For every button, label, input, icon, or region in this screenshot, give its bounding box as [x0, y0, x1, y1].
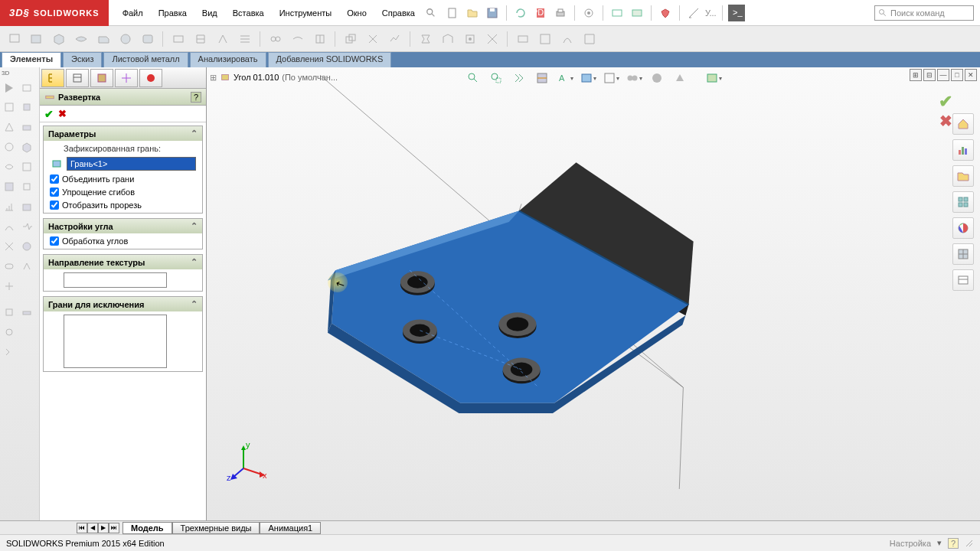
palette-button[interactable] [0, 303, 18, 321]
tool-button[interactable] [5, 29, 24, 48]
tab-display[interactable] [139, 69, 162, 87]
new-button[interactable] [444, 5, 461, 21]
group-header[interactable]: Грани для исключения⌃ [44, 297, 202, 311]
palette-button[interactable] [0, 78, 18, 96]
palette-button[interactable] [18, 78, 35, 96]
palette-button[interactable] [0, 323, 18, 341]
palette-button[interactable] [0, 98, 18, 116]
tool-button[interactable] [310, 29, 329, 48]
palette-button[interactable] [0, 257, 18, 276]
tab-analyze[interactable]: Анализировать [190, 52, 266, 67]
palette-button[interactable] [18, 178, 35, 196]
show-slot-checkbox[interactable]: Отобразить прорезь [50, 201, 196, 210]
tab-dimxpert[interactable] [115, 69, 138, 87]
tool-button[interactable] [513, 29, 532, 48]
palette-button[interactable] [0, 237, 18, 256]
palette-button[interactable] [18, 257, 35, 276]
group-header[interactable]: Направление текстуры⌃ [44, 255, 202, 269]
tool-button[interactable] [138, 29, 157, 48]
tool-button[interactable] [363, 29, 382, 48]
menu-edit[interactable]: Правка [151, 5, 194, 21]
help-button[interactable]: ? [191, 92, 201, 103]
menu-search-icon[interactable] [426, 8, 436, 18]
prev-tab-button[interactable]: ◀ [87, 523, 98, 533]
palette-button[interactable] [18, 217, 35, 236]
exclude-faces-listbox[interactable] [64, 315, 167, 368]
tool-button[interactable] [27, 29, 46, 48]
tab-model[interactable]: Модель [122, 522, 172, 534]
tab-configuration[interactable] [90, 69, 113, 87]
tool-button[interactable] [116, 29, 135, 48]
menu-insert[interactable]: Вставка [225, 5, 272, 21]
tool-button[interactable] [71, 29, 90, 48]
palette-button[interactable] [0, 343, 18, 361]
collapse-icon[interactable]: ⌃ [191, 129, 198, 139]
ok-button[interactable]: ✔ [44, 108, 54, 120]
tool-button[interactable] [385, 29, 404, 48]
palette-button[interactable] [18, 197, 35, 216]
tab-feature-tree[interactable] [41, 69, 64, 87]
group-header[interactable]: Параметры⌃ [44, 126, 202, 141]
tool-button[interactable] [535, 29, 554, 48]
cancel-button[interactable]: ✖ [58, 108, 67, 119]
next-tab-button[interactable]: ▶ [98, 523, 109, 533]
menu-window[interactable]: Окно [339, 5, 374, 21]
simplify-bends-checkbox[interactable]: Упрощение сгибов [50, 187, 196, 197]
collapse-icon[interactable]: ⌃ [191, 299, 198, 309]
status-help-button[interactable]: ? [948, 538, 959, 549]
menu-help[interactable]: Справка [374, 5, 423, 21]
pdf-button[interactable]: PDF [532, 5, 549, 21]
measure-button[interactable] [685, 5, 702, 21]
tool-button[interactable] [168, 29, 188, 48]
palette-button[interactable] [0, 138, 18, 156]
palette-button[interactable] [18, 303, 35, 321]
options-button[interactable] [580, 5, 597, 21]
tool-button[interactable] [49, 29, 68, 48]
tool-button[interactable] [93, 29, 113, 48]
palette-button[interactable] [0, 217, 18, 236]
tool-button[interactable] [482, 29, 501, 48]
merge-faces-checkbox[interactable]: Объединить грани [50, 174, 196, 184]
dropdown-icon[interactable]: ▾ [937, 538, 942, 548]
customize-link[interactable]: Настройка [890, 539, 931, 548]
command-search-input[interactable]: Поиск команд [874, 5, 974, 21]
superman-button[interactable] [657, 5, 674, 21]
tool-button[interactable] [235, 29, 254, 48]
palette-button[interactable] [18, 118, 35, 136]
tab-elements[interactable]: Элементы [2, 52, 61, 67]
tab-sketch[interactable]: Эскиз [63, 52, 102, 67]
orientation-triad[interactable]: y x z [225, 441, 268, 484]
screen-capture-button[interactable] [609, 5, 626, 21]
palette-button[interactable] [18, 138, 35, 156]
print-button[interactable] [552, 5, 569, 21]
menu-tools[interactable]: Инструменты [272, 5, 340, 21]
palette-button[interactable] [0, 178, 18, 196]
collapse-icon[interactable]: ⌃ [191, 257, 198, 267]
group-header[interactable]: Настройки угла⌃ [44, 219, 202, 233]
tool-button[interactable] [191, 29, 210, 48]
tool-button[interactable] [416, 29, 435, 48]
tool-button[interactable] [557, 29, 577, 48]
palette-button[interactable] [18, 98, 35, 116]
tool-button[interactable] [341, 29, 360, 48]
tool-button[interactable] [213, 29, 232, 48]
tool-button[interactable] [460, 29, 479, 48]
palette-button[interactable] [18, 237, 35, 256]
palette-button[interactable] [0, 277, 18, 295]
rebuild-button[interactable] [512, 5, 529, 21]
tool-button[interactable] [266, 29, 285, 48]
tab-sheetmetal[interactable]: Листовой металл [103, 52, 188, 67]
palette-button[interactable] [0, 158, 18, 176]
collapse-icon[interactable]: ⌃ [191, 221, 198, 231]
palette-button[interactable] [0, 118, 18, 136]
texture-direction-input[interactable] [64, 272, 167, 288]
screen-capture2-button[interactable] [629, 5, 645, 21]
corner-treatment-checkbox[interactable]: Обработка углов [50, 236, 196, 246]
first-tab-button[interactable]: ⏮ [77, 523, 87, 533]
fixed-face-input[interactable] [67, 157, 196, 171]
tool-button[interactable] [288, 29, 307, 48]
save-button[interactable] [484, 5, 501, 21]
tool-button[interactable] [580, 29, 599, 48]
tool-button[interactable] [438, 29, 457, 48]
menu-file[interactable]: Файл [115, 5, 151, 21]
